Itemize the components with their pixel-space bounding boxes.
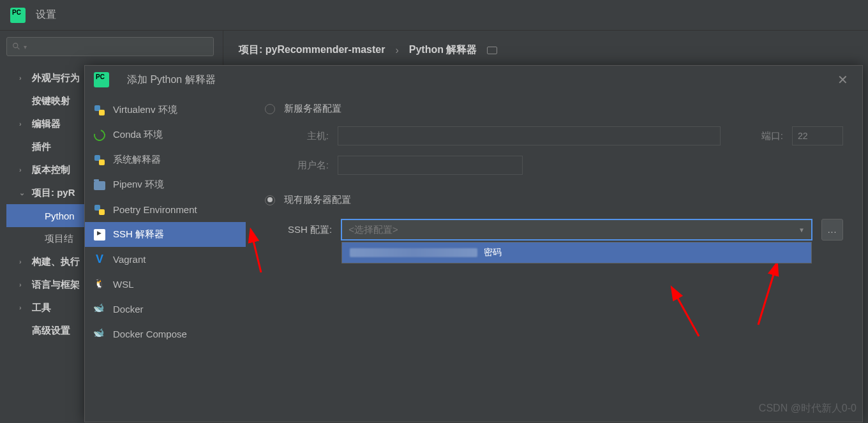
interp-virtualenv[interactable]: Virtualenv 环境 bbox=[85, 98, 246, 122]
port-label: 端口: bbox=[742, 130, 783, 142]
interp-wsl[interactable]: WSL bbox=[85, 272, 246, 297]
dialog-titlebar: 添加 Python 解释器 ✕ bbox=[85, 66, 862, 94]
ssh-config-option[interactable]: 密码 bbox=[342, 242, 811, 263]
chevron-down-icon: ⌄ bbox=[19, 189, 27, 197]
ssh-config-label: SSH 配置: bbox=[288, 224, 332, 236]
host-input bbox=[338, 126, 721, 145]
existing-server-radio-row: 现有服务器配置 bbox=[265, 194, 843, 206]
annotation-arrow-2 bbox=[667, 285, 705, 343]
interp-poetry[interactable]: Poetry Environment bbox=[85, 197, 246, 222]
settings-titlebar: 设置 bbox=[0, 0, 868, 31]
new-server-radio-row: 新服务器配置 bbox=[265, 103, 843, 115]
svg-line-5 bbox=[673, 290, 699, 336]
add-interpreter-dialog: 添加 Python 解释器 ✕ Virtualenv 环境 Conda 环境 系… bbox=[84, 65, 863, 422]
project-scope-icon bbox=[487, 47, 497, 54]
user-row: 用户名: bbox=[288, 156, 843, 175]
wsl-icon bbox=[94, 279, 105, 290]
interp-ssh[interactable]: SSH 解释器 bbox=[85, 222, 246, 247]
svg-point-0 bbox=[13, 43, 18, 48]
watermark: CSDN @时代新人0-0 bbox=[759, 402, 857, 415]
svg-line-3 bbox=[251, 233, 261, 272]
chevron-right-icon: › bbox=[19, 166, 27, 174]
annotation-arrow-3 bbox=[752, 261, 784, 331]
breadcrumb-page: Python 解释器 bbox=[409, 43, 477, 57]
existing-server-radio[interactable] bbox=[265, 195, 275, 205]
svg-line-1 bbox=[17, 47, 20, 50]
ssh-icon bbox=[94, 229, 105, 241]
folder-icon bbox=[94, 181, 105, 190]
dialog-body: Virtualenv 环境 Conda 环境 系统解释器 Pipenv 环境 P… bbox=[85, 94, 862, 422]
ssh-config-dropdown-list: 密码 bbox=[341, 242, 812, 263]
interpreter-type-list: Virtualenv 环境 Conda 环境 系统解释器 Pipenv 环境 P… bbox=[85, 94, 246, 422]
settings-title: 设置 bbox=[36, 8, 56, 22]
port-input bbox=[792, 126, 843, 145]
python-icon bbox=[94, 105, 105, 116]
chevron-right-icon: › bbox=[19, 281, 27, 288]
conda-icon bbox=[92, 127, 108, 143]
interp-conda[interactable]: Conda 环境 bbox=[85, 122, 246, 147]
chevron-right-icon: › bbox=[19, 258, 27, 265]
docker-compose-icon bbox=[94, 329, 105, 340]
interp-pipenv[interactable]: Pipenv 环境 bbox=[85, 172, 246, 197]
redacted-text bbox=[350, 248, 477, 257]
docker-icon bbox=[94, 304, 105, 315]
host-label: 主机: bbox=[288, 130, 329, 142]
username-input bbox=[338, 156, 523, 175]
user-label: 用户名: bbox=[288, 160, 329, 172]
chevron-right-icon: › bbox=[19, 304, 27, 311]
python-icon bbox=[94, 204, 105, 216]
dialog-content: 新服务器配置 主机: 端口: 用户名: 现有服务器配置 SSH 配置: <选择配… bbox=[246, 94, 862, 422]
ssh-config-more-button[interactable]: ... bbox=[821, 219, 843, 241]
interp-docker-compose[interactable]: Docker Compose bbox=[85, 322, 246, 346]
dropdown-placeholder: <选择配置> bbox=[348, 224, 398, 236]
python-icon bbox=[94, 154, 105, 166]
search-input[interactable]: ▾ bbox=[6, 37, 214, 56]
breadcrumb-separator: › bbox=[395, 45, 398, 56]
chevron-down-icon: ▼ bbox=[798, 226, 805, 234]
vagrant-icon: V bbox=[94, 254, 105, 265]
annotation-arrow-1 bbox=[246, 228, 271, 279]
search-icon bbox=[12, 42, 21, 51]
ssh-config-row: SSH 配置: <选择配置> ▼ 密码 ... bbox=[288, 219, 843, 241]
host-row: 主机: 端口: bbox=[288, 126, 843, 145]
pycharm-icon bbox=[94, 72, 109, 87]
interp-vagrant[interactable]: VVagrant bbox=[85, 247, 246, 272]
chevron-right-icon: › bbox=[19, 120, 27, 128]
pycharm-icon bbox=[10, 8, 26, 23]
close-button[interactable]: ✕ bbox=[832, 70, 853, 90]
interp-docker[interactable]: Docker bbox=[85, 297, 246, 322]
breadcrumb: 项目: pyRecommender-master › Python 解释器 bbox=[239, 43, 853, 57]
new-server-label: 新服务器配置 bbox=[284, 103, 341, 115]
breadcrumb-project: 项目: pyRecommender-master bbox=[239, 43, 385, 57]
existing-server-label: 现有服务器配置 bbox=[284, 194, 351, 206]
ssh-config-dropdown[interactable]: <选择配置> ▼ 密码 bbox=[341, 219, 812, 241]
new-server-radio[interactable] bbox=[265, 104, 275, 114]
dialog-title: 添加 Python 解释器 bbox=[127, 73, 216, 87]
chevron-right-icon: › bbox=[19, 74, 27, 82]
interp-system[interactable]: 系统解释器 bbox=[85, 147, 246, 172]
svg-line-7 bbox=[758, 266, 776, 325]
